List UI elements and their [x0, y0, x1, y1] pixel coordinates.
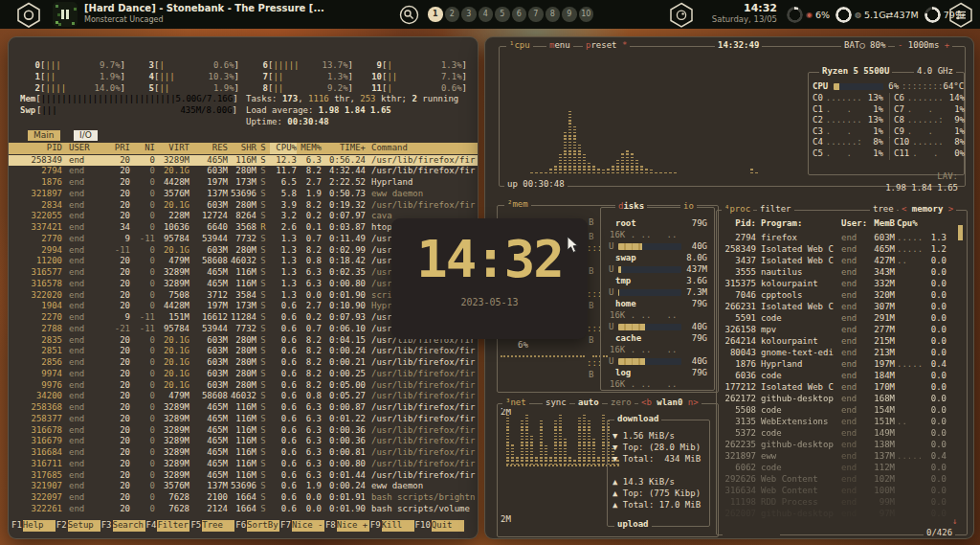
proc-filter[interactable]: filter — [757, 204, 794, 216]
process-row[interactable]: 316679end2003289M465M116MS0.66.30:00.36/… — [9, 436, 478, 447]
fkey-f9[interactable]: F9Kill — [369, 520, 414, 532]
proc-row[interactable]: 1876Hyprlandend197M.........0.4 — [718, 359, 965, 371]
fkey-f4[interactable]: F4Filter — [145, 520, 190, 532]
proc-row[interactable]: 262007github-desktopend97M0.0 — [718, 509, 965, 520]
mem-box-tab[interactable]: ²mem — [504, 199, 531, 211]
process-row[interactable]: 258349end2003289M465M116MS12.36.30:56.24… — [9, 155, 478, 167]
launcher-hexagon-icon[interactable] — [16, 2, 41, 28]
workspace-4[interactable]: 4 — [479, 7, 494, 22]
process-row[interactable]: 316678end2003289M465M116MS0.66.30:00.36/… — [9, 425, 478, 437]
proc-row[interactable]: 5591codeend291M0.0 — [718, 313, 965, 325]
process-row[interactable]: 9974end20020.1G603M280MS0.68.20:00.25/us… — [9, 369, 478, 380]
column-header-cpu[interactable]: CPU% — [270, 143, 297, 154]
process-row[interactable]: 2851end20020.1G603M280MS0.68.20:00.24/us… — [9, 346, 478, 357]
process-row[interactable]: 34200end200479M5860846032S0.60.80:05.27/… — [9, 391, 478, 402]
net-box-tab[interactable]: ³net — [502, 397, 529, 409]
search-icon[interactable] — [399, 5, 419, 25]
proc-column-pid[interactable]: Pid: — [718, 218, 756, 230]
cpu-gauge[interactable]: ◉6% — [787, 7, 830, 23]
process-row[interactable]: 9976end20020.1G603M280MS0.68.20:05.00/us… — [9, 380, 478, 392]
proc-row[interactable]: 326158mpvend277M0.0 — [718, 325, 965, 336]
proc-row[interactable]: 316634Web Contentend100M0.0 — [718, 486, 965, 497]
proc-row[interactable]: 262172github-desktopend168M0.0 — [718, 394, 965, 405]
proc-row[interactable]: 177212Isolated Web Cend170M0.0 — [718, 382, 965, 394]
proc-row[interactable]: 321897ewwend137M.........0.4 — [718, 451, 965, 463]
proc-scroll-down-icon[interactable]: ↓ — [952, 516, 957, 528]
settings-hexagon-icon[interactable] — [948, 2, 973, 28]
process-table-header[interactable]: PIDUSERPRINIVIRTRESSHRSCPU%MEM%TIME+Comm… — [9, 143, 478, 154]
workspace-7[interactable]: 7 — [528, 7, 544, 22]
net-interface[interactable]: <b wlan0 n> — [638, 397, 702, 409]
process-row[interactable]: 322261end200762821241664S0.60.00:01.90ba… — [9, 504, 478, 515]
cpu-box-tab[interactable]: ¹cpu — [506, 40, 533, 52]
preset-button[interactable]: preset * — [583, 40, 630, 52]
fkey-f2[interactable]: F2Setup — [56, 520, 100, 532]
process-row[interactable]: 2856end20020.1G603M280MS0.68.20:00.21/us… — [9, 357, 478, 369]
process-row[interactable]: 321907end2003576M137M53696S0.61.90:00.24… — [9, 481, 478, 492]
column-header-pri[interactable]: PRI — [101, 143, 130, 154]
process-row[interactable]: 258377end2003289M465M116MS0.66.30:01.22/… — [9, 414, 478, 425]
refresh-interval[interactable]: - 1000ms + — [895, 40, 952, 52]
workspace-3[interactable]: 3 — [461, 7, 477, 22]
proc-row[interactable]: 7046cpptoolsend320M0.0 — [718, 290, 965, 302]
proc-column-cpu[interactable]: Cpu% ↑ — [897, 218, 922, 230]
media-album-art[interactable] — [53, 2, 78, 27]
proc-row[interactable]: 262235github-desktopend138M0.0 — [718, 440, 965, 451]
workspace-10[interactable]: 10 — [579, 7, 594, 22]
fkey-f3[interactable]: F3Search — [100, 520, 145, 532]
fkey-f5[interactable]: F5Tree — [189, 520, 234, 532]
fkey-f6[interactable]: F6SortBy — [234, 520, 279, 532]
proc-sort-selector[interactable]: < memory > — [899, 204, 956, 216]
disks-io-label[interactable]: io — [680, 201, 697, 213]
fkey-f7[interactable]: F7Nice - — [279, 520, 324, 532]
process-row[interactable]: 317685end2003289M465M116MS0.66.30:01.44/… — [9, 470, 478, 482]
workspace-2[interactable]: 2 — [445, 7, 460, 22]
column-header-res[interactable]: RES — [189, 143, 228, 154]
proc-row[interactable]: 6062codeend112M0.0 — [718, 463, 965, 474]
proc-row[interactable]: 266231Isolated Web Cend307M0.0 — [718, 302, 965, 313]
proc-row[interactable]: 315375kolourpaintend332M0.0 — [718, 279, 965, 290]
proc-select-button[interactable]: select ↓ — [723, 528, 780, 539]
proc-row[interactable]: 3555nautilusend343M0.0 — [718, 267, 965, 279]
proc-column-memb[interactable]: MemB — [866, 218, 895, 230]
proc-row[interactable]: 2794firefoxend603M.........1.3 — [718, 233, 965, 244]
process-row[interactable]: 2834end20020.1G603M280MS3.98.20:19.32/us… — [9, 200, 478, 212]
disks-label[interactable]: disks — [615, 201, 647, 213]
net-auto-option[interactable]: auto — [575, 397, 602, 409]
process-row[interactable]: 322097end200762821001664S0.60.00:01.91ba… — [9, 492, 478, 504]
process-row[interactable]: 2794end20020.1G603M280MS11.78.24:32.44/u… — [9, 166, 478, 177]
proc-row[interactable]: 6036codeend184M0.0 — [718, 371, 965, 382]
process-row[interactable]: 316711end2003289M465M116MS0.66.30:00.80/… — [9, 459, 478, 470]
menu-button[interactable]: menu — [546, 40, 573, 52]
proc-row[interactable]: 5372codeend149M0.0 — [718, 428, 965, 440]
proc-row[interactable]: 11198RDD Processend99M0.0 — [718, 497, 965, 509]
proc-row[interactable]: 5508codeend154M0.0 — [718, 405, 965, 417]
column-header-mem[interactable]: MEM% — [297, 143, 322, 154]
proc-row[interactable]: 3135WebExtensionsend151M..0.0 — [718, 417, 965, 428]
column-header-ni[interactable]: NI — [130, 143, 155, 154]
process-row[interactable]: 1876end2004428M197M173MS6.52.72:22.52Hyp… — [9, 177, 478, 189]
net-sync-option[interactable]: sync — [543, 397, 569, 409]
proc-row[interactable]: 80043gnome-text-ediend213M0.0 — [718, 348, 965, 359]
workspace-1[interactable]: 1 — [428, 7, 443, 22]
proc-row[interactable]: 258349Isolated Web Cend465M.........1.2 — [718, 244, 965, 256]
tab-io[interactable]: I/O — [74, 130, 98, 141]
fkey-f1[interactable]: F1Help — [11, 520, 56, 532]
workspace-6[interactable]: 6 — [512, 7, 527, 22]
tab-main[interactable]: Main — [28, 130, 60, 141]
workspace-8[interactable]: 8 — [546, 7, 561, 22]
column-header-pid[interactable]: PID — [20, 143, 62, 154]
fkey-f8[interactable]: F8Nice + — [324, 520, 369, 532]
fkey-f10[interactable]: F10Quit — [414, 520, 464, 532]
proc-tree-toggle[interactable]: tree — [870, 204, 897, 216]
workspace-9[interactable]: 9 — [562, 7, 577, 22]
proc-row[interactable]: 292626Web Contentend102M0.0 — [718, 474, 965, 486]
column-header-shr[interactable]: SHR — [228, 143, 256, 154]
column-header-user[interactable]: USER — [69, 143, 101, 154]
process-row[interactable]: 258368end2003289M465M116MS0.66.30:00.87/… — [9, 402, 478, 414]
process-row[interactable]: 321897end2003576M137M53696S5.81.90:50.73… — [9, 189, 478, 200]
network-gauge[interactable]: ◍5.1G⇄437M — [835, 7, 919, 23]
proc-scrollbar-thumb[interactable] — [958, 225, 963, 240]
column-header-s[interactable]: S — [256, 143, 270, 154]
column-header-command[interactable]: Command — [371, 143, 478, 154]
